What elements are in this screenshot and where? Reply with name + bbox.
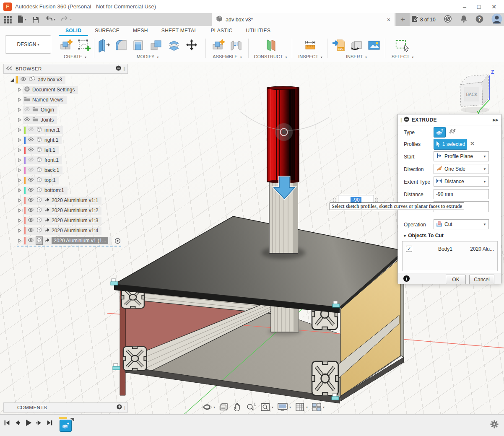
document-tab[interactable]: adv box v3* × [212,13,395,26]
orbit-tool[interactable]: ▾ [202,402,215,412]
skip-start-button[interactable] [3,419,10,428]
look-at-tool[interactable] [219,402,229,412]
save-button[interactable] [32,16,39,23]
step-back-button[interactable] [14,419,21,428]
tab-surface[interactable]: SURFACE [88,26,126,36]
operation-dropdown[interactable]: Cut▼ [434,219,489,229]
browser-item-adv-box-v3[interactable]: adv box v3 [9,75,65,85]
expander-open-icon[interactable] [9,78,15,82]
expander-icon[interactable] [17,198,23,202]
measure-icon[interactable] [302,37,318,53]
dialog-expand-icon[interactable]: ▶▶ [493,118,499,122]
profiles-selected-button[interactable]: 1 selected [434,139,467,150]
expander-icon[interactable] [17,148,23,152]
close-button[interactable]: ✕ [491,3,496,10]
new-component-icon[interactable] [210,37,226,53]
group-label-assemble[interactable]: ASSEMBLE ▾ [207,54,247,59]
tab-mesh[interactable]: MESH [126,26,155,36]
visibility-off-icon[interactable] [24,107,30,113]
app-launcher-icon[interactable] [4,16,12,23]
timeline-feature-extrude[interactable] [60,416,72,432]
avatar[interactable] [491,13,502,26]
activate-component-icon[interactable] [114,237,121,244]
maximize-button[interactable]: □ [477,3,481,10]
document-tab-close-icon[interactable]: × [387,16,390,23]
browser-item-2020-aluminium-v1-2[interactable]: 2020 Aluminium v1:2 [17,205,101,215]
start-dropdown[interactable]: Profile Plane▼ [434,151,489,161]
group-label-inspect[interactable]: INSPECT ▾ [294,54,327,59]
info-icon[interactable]: i [403,275,410,282]
timeline-end-marker[interactable] [70,418,74,422]
undo-button[interactable]: ▾ [45,16,55,23]
browser-item-back-1[interactable]: back:1 [17,165,62,175]
browser-item-joints[interactable]: Joints [17,115,57,125]
group-label-create[interactable]: CREATE ▾ [55,54,95,59]
tab-utilities[interactable]: UTILITIES [239,26,278,36]
new-tab-button[interactable]: + [396,13,410,26]
version-badge[interactable]: 8 of 10 [411,15,436,24]
zoom-tool[interactable] [246,402,257,412]
tab-solid[interactable]: SOLID [59,26,88,36]
visibility-off-icon[interactable] [28,157,34,163]
browser-item-top-1[interactable]: top:1 [17,175,59,185]
play-button[interactable] [24,419,32,428]
press-pull-icon[interactable] [96,37,112,53]
type-solid-button[interactable] [434,127,446,138]
rollback-marker[interactable] [59,417,67,419]
dialog-header[interactable]: || EXTRUDE ▶▶ [398,114,501,125]
browser-item-origin[interactable]: Origin [17,105,57,115]
browser-item-2020-aluminium-v1-1[interactable]: 2020 Aluminium v1 (1... [17,236,121,247]
expander-icon[interactable] [17,218,23,223]
object-checkbox[interactable]: ✓ [406,246,412,252]
grid-display-tool[interactable]: ▾ [295,402,308,412]
visibility-on-icon[interactable] [20,77,26,83]
combine-icon[interactable] [148,37,164,53]
insert-svg-icon[interactable]: SVG [331,37,347,53]
expander-icon[interactable] [17,128,23,132]
browser-item-right-1[interactable]: right:1 [17,135,62,145]
browser-item-front-1[interactable]: front:1 [17,155,62,165]
skip-end-button[interactable] [46,419,53,428]
expander-icon[interactable] [17,208,23,213]
split-icon[interactable] [166,37,182,53]
move-icon[interactable] [184,37,200,53]
dialog-collapse-icon[interactable] [404,117,409,123]
browser-item-2020-aluminium-v1-1[interactable]: 2020 Aluminium v1:1 [17,195,101,205]
expander-icon[interactable] [17,98,23,102]
fit-tool[interactable]: ▾ [260,402,273,412]
step-forward-button[interactable] [36,419,43,428]
select-box-icon[interactable] [395,37,410,53]
tab-plastic[interactable]: PLASTIC [204,26,239,36]
timeline-settings-icon[interactable] [490,420,499,430]
more-options-icon[interactable] [375,198,379,202]
browser-item-document-settings[interactable]: Document Settings [17,85,78,95]
visibility-on-icon[interactable] [28,208,34,213]
expander-icon[interactable] [17,88,23,92]
browser-item-named-views[interactable]: Named Views [17,95,67,105]
insert-mesh-icon[interactable] [348,37,364,53]
visibility-on-icon[interactable] [28,218,34,223]
minimize-button[interactable]: – [463,3,466,10]
visibility-on-icon[interactable] [28,147,34,153]
expander-icon[interactable] [17,108,23,112]
comments-panel-header[interactable]: COMMENTS | [3,402,128,413]
expander-icon[interactable] [17,228,23,233]
expander-icon[interactable] [17,118,23,122]
visibility-on-icon[interactable] [28,238,34,244]
joint-icon[interactable] [228,37,244,53]
canvas-icon[interactable] [366,37,382,53]
distance-value-selected[interactable]: -90 [351,197,361,203]
browser-item-inner-1[interactable]: inner:1 [17,125,63,135]
type-thin-button[interactable] [447,127,458,137]
visibility-on-icon[interactable] [28,137,34,143]
expander-icon[interactable] [17,158,23,162]
visibility-on-icon[interactable] [28,187,34,193]
object-row[interactable]: ✓ Body1 2020 Alu... [403,241,497,256]
distance-input[interactable]: -90 mm [434,189,489,199]
help-icon[interactable]: ? [475,15,483,24]
visibility-on-icon[interactable] [28,228,34,234]
panel-grip[interactable]: || [123,66,125,71]
group-label-construct[interactable]: CONSTRUCT ▾ [250,54,291,59]
add-comment-icon[interactable] [117,404,122,411]
visibility-on-icon[interactable] [24,117,30,123]
